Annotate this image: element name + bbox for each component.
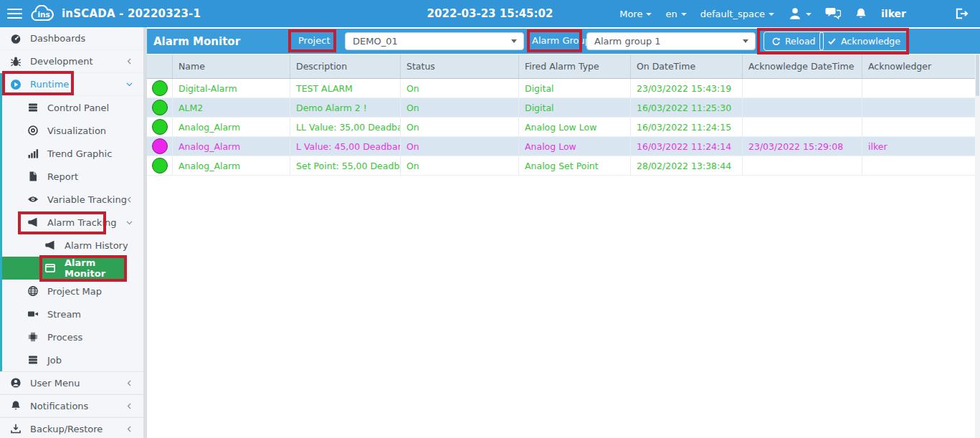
logout-icon [954,7,969,20]
alarm-status-dot [152,100,168,115]
sidebar-item-process[interactable]: Process [2,325,143,348]
bell-icon [855,7,867,20]
top-bar: ins inSCADA - 20220323-1 2022-03-23 15:4… [0,0,980,27]
bar-chart-icon [27,148,39,159]
chevron-left-icon [125,379,133,387]
sidebar-item-project-map[interactable]: Project Map [2,280,143,303]
chevron-down-icon [743,39,748,43]
sidebar-item-control-panel[interactable]: Control Panel [2,96,143,119]
sidebar-item-stream[interactable]: Stream [2,303,143,325]
alarm-group-select[interactable]: Alarm group 1 [586,32,756,50]
chevron-left-icon [125,57,133,65]
megaphone-icon [44,239,56,251]
table-row[interactable]: Digital-Alarm TEST ALARM On Digital 23/0… [147,79,975,98]
space-menu[interactable]: default_space [700,9,774,19]
column-acknowledge-datetime[interactable]: Acknowledge DateTime [742,54,862,78]
sidebar-item-visualization[interactable]: Visualization [2,119,143,142]
column-fired-alarm-type[interactable]: Fired Alarm Type [518,54,630,78]
chevron-left-icon [125,402,133,410]
chevron-down-icon [125,80,133,88]
column-name[interactable]: Name [172,54,290,78]
username-label[interactable]: ilker [881,8,906,19]
card-icon [44,262,56,274]
sidebar-item-development[interactable]: Development [0,50,143,73]
notifications-button[interactable] [855,7,867,20]
sidebar-item-trend-graphic[interactable]: Trend Graphic [2,142,143,165]
table-row[interactable]: Analog_Alarm LL Value: 35,00 Deadband: 0… [147,118,975,137]
globe-icon [27,285,39,297]
user-circle-icon [10,377,22,389]
sidebar-item-notifications[interactable]: Notifications [0,394,143,417]
server-icon [27,354,39,366]
sidebar-item-alarm-monitor[interactable]: Alarm Monitor [2,257,126,280]
gauge-icon [10,33,22,44]
column-description[interactable]: Description [290,54,400,78]
target-icon [27,125,39,136]
project-label: Project [298,35,330,46]
table-row[interactable]: Analog_Alarm L Value: 45,00 Deadband: 0,… [147,137,975,156]
sidebar-item-runtime[interactable]: Runtime [2,73,143,96]
profile-menu[interactable] [788,6,812,21]
bell-icon [10,400,22,411]
play-circle-icon [10,79,22,90]
alarm-group-label: Alarm Group [532,35,591,46]
system-clock: 2022-03-23 15:45:02 [427,7,553,20]
user-icon [788,6,802,21]
chevron-left-icon [125,425,133,433]
page-title: Alarm Monitor [153,35,240,48]
sidebar-item-report[interactable]: Report [2,165,143,188]
chevron-down-icon [511,39,517,43]
video-camera-icon [27,308,39,320]
svg-text:ins: ins [38,10,50,19]
sidebar-item-user-menu[interactable]: User Menu [0,371,143,394]
server-icon [27,102,39,113]
alarm-status-dot [152,158,168,173]
chevron-down-icon [681,13,687,16]
table-scrollbar[interactable] [975,54,980,438]
column-status-icon[interactable] [147,54,172,78]
inscada-cloud-logo-icon: ins [30,5,56,22]
topbar-right-menu: More en default_space [619,0,980,27]
reload-button[interactable]: Reload [763,32,824,51]
sidebar-item-variable-tracking[interactable]: Variable Tracking [2,188,143,211]
scrollbar-thumb[interactable] [976,54,979,96]
bug-icon [10,56,22,67]
column-on-datetime[interactable]: On DateTime [630,54,742,78]
logout-button[interactable] [954,7,969,20]
language-menu[interactable]: en [665,9,686,19]
chevron-down-icon [125,219,133,227]
alarm-status-dot [152,119,168,135]
file-icon [27,171,39,182]
acknowledge-button[interactable]: Acknowledge [819,32,908,51]
sidebar-item-dashboards[interactable]: Dashboards [0,27,143,50]
table-row[interactable]: Analog_Alarm Set Point: 55,00 Deadband: … [147,156,975,176]
app-brand: ins inSCADA - 20220323-1 [30,5,201,22]
column-acknowledger[interactable]: Acknowledger [862,54,975,78]
megaphone-icon [27,216,39,228]
table-header-row: Name Description Status Fired Alarm Type… [147,54,975,79]
hamburger-menu-icon[interactable] [0,0,29,27]
chevron-down-icon [646,13,652,16]
chevron-down-icon [806,13,812,16]
refresh-icon [771,37,781,46]
app-title: inSCADA - 20220323-1 [62,7,201,20]
sidebar-item-alarm-tracking[interactable]: Alarm Tracking [2,211,143,234]
more-menu[interactable]: More [619,9,652,19]
sidebar-item-backup-restore[interactable]: Backup/Restore [0,417,143,438]
alarm-status-dot [152,138,168,154]
runtime-submenu-block: Runtime Control Panel Visualization Tren… [0,73,143,371]
panel-header: Alarm Monitor Project DEMO_01 Alarm Grou… [147,29,980,54]
main-content: Alarm Monitor Project DEMO_01 Alarm Grou… [147,27,980,438]
sidebar-nav: Dashboards Development Runtime Control P… [0,27,143,438]
project-select[interactable]: DEMO_01 [345,32,524,50]
chevron-down-icon [769,13,774,16]
sidebar-item-job[interactable]: Job [2,348,143,371]
chip-icon [27,331,39,343]
check-icon [827,37,837,46]
column-status[interactable]: Status [400,54,518,78]
eye-icon [27,194,39,205]
sidebar-item-alarm-history[interactable]: Alarm History [2,234,143,257]
messages-button[interactable] [825,7,841,20]
download-icon [10,423,22,434]
table-row[interactable]: ALM2 Demo Alarm 2 ! On Digital 16/03/202… [147,98,975,118]
